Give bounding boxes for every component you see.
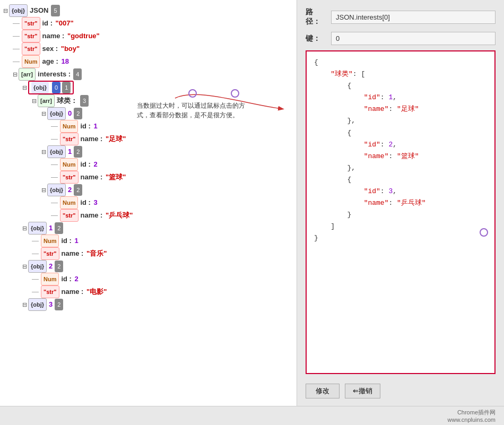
type-badge-root: {obj} <box>9 4 28 17</box>
root-key: JSON <box>30 5 48 16</box>
bt2-index: 2 <box>68 184 72 196</box>
tree-id[interactable]: — "str" id : "007" <box>0 17 297 30</box>
toggle-bt2[interactable]: ⊟ <box>41 184 46 196</box>
tree-sex[interactable]: — "str" sex : "boy" <box>0 42 297 55</box>
key-i1-name: name : <box>62 248 84 259</box>
tree-name[interactable]: — "str" name : "godtrue" <box>0 30 297 42</box>
type-num-bt1-id: Num <box>60 158 78 171</box>
type-str-name: "str" <box>22 30 40 42</box>
key-bt2-id: id : <box>80 197 91 209</box>
bt0-count: 2 <box>74 108 82 119</box>
key-row: 键： <box>306 32 496 45</box>
tree-bt1-name[interactable]: — "str" name : "篮球" <box>0 171 297 184</box>
bt2-count: 2 <box>74 184 82 196</box>
balltype-count: 3 <box>80 95 89 107</box>
type-obj-i1: {obj} <box>28 222 47 235</box>
type-str-bt1-name: "str" <box>60 171 79 184</box>
val-bt2-name: "乒乓球" <box>103 210 133 221</box>
circle-deco-1 <box>188 89 197 98</box>
tree-bt2-id[interactable]: — Num id : 3 <box>0 196 297 209</box>
key-i1-id: id : <box>61 235 72 247</box>
val-bt1-id: 2 <box>92 159 98 170</box>
val-bt2-id: 3 <box>92 197 98 209</box>
i3-index: 3 <box>49 299 53 310</box>
bottom-bar: Chrome插件网 www.cnpluins.com <box>0 406 504 425</box>
type-str-sex: "str" <box>22 42 40 55</box>
type-obj-bt1: {obj} <box>47 145 66 158</box>
key-balltype: 球类： <box>57 95 77 107</box>
i2-index: 2 <box>49 261 53 272</box>
val-i1-id: 1 <box>73 235 79 247</box>
tree-interests[interactable]: ⊟ [arr] interests : 4 <box>0 68 297 81</box>
val-i2-name: "电影" <box>84 286 107 298</box>
toggle-interests[interactable]: ⊟ <box>13 68 18 80</box>
toggle-i1[interactable]: ⊟ <box>22 222 27 234</box>
val-bt1-name: "篮球" <box>103 171 126 183</box>
key-interests: interests : <box>38 68 71 80</box>
tree-root[interactable]: ⊟ {obj} JSON 5 <box>0 4 297 17</box>
annotation-text: 当数据过大时，可以通过鼠标点击的方式，查看部分数据，是不是很方便。 <box>137 101 254 120</box>
toggle-i2[interactable]: ⊟ <box>22 261 27 272</box>
val-bt0-id: 1 <box>92 120 98 132</box>
action-buttons: 修改 ⇐撤销 <box>306 379 496 398</box>
type-obj-i3: {obj} <box>28 298 47 311</box>
json-preview: { "球类": [ { "id": 1, "name": "足球" }, { "… <box>306 50 496 374</box>
tree-bt2-name[interactable]: — "str" name : "乒乓球" <box>0 209 297 222</box>
toggle-balltype[interactable]: ⊟ <box>32 95 37 107</box>
val-age: 18 <box>59 56 69 67</box>
toggle-bt1[interactable]: ⊟ <box>41 146 46 158</box>
key-name: name : <box>42 30 65 42</box>
key-bt2-name: name : <box>81 210 103 221</box>
tree-bt1[interactable]: ⊟ {obj} 1 2 <box>0 145 297 158</box>
tree-i2-id[interactable]: — Num id : 2 <box>0 273 297 285</box>
tree-bt0-id[interactable]: — Num id : 1 <box>0 120 297 133</box>
left-tree-panel: ⊟ {obj} JSON 5 — "str" id : "007" — "str… <box>0 0 297 406</box>
i1-count: 2 <box>55 222 63 234</box>
tree-bt0-name[interactable]: — "str" name : "足球" <box>0 133 297 145</box>
val-i2-id: 2 <box>73 273 79 285</box>
tree-interests-3[interactable]: ⊟ {obj} 3 2 <box>0 298 297 311</box>
toggle-i3[interactable]: ⊟ <box>22 299 27 310</box>
key-id: id : <box>42 18 53 29</box>
tree-interests-2[interactable]: ⊟ {obj} 2 2 <box>0 260 297 273</box>
circle-deco-2 <box>231 89 239 98</box>
tree-interests-0[interactable]: ⊟ {obj} 0 1 <box>0 81 297 94</box>
key-age: age : <box>42 56 58 67</box>
type-arr-interests: [arr] <box>19 68 36 81</box>
path-input[interactable] <box>331 11 496 24</box>
tree-i1-id[interactable]: — Num id : 1 <box>0 235 297 247</box>
tree-bt2[interactable]: ⊟ {obj} 2 2 <box>0 184 297 196</box>
tree-bt1-id[interactable]: — Num id : 2 <box>0 158 297 171</box>
tree-i2-name[interactable]: — "str" name : "电影" <box>0 285 297 298</box>
key-i2-name: name : <box>62 286 84 298</box>
type-str-bt0-name: "str" <box>60 133 79 145</box>
tree-age[interactable]: — Num age : 18 <box>0 55 297 68</box>
cancel-button[interactable]: ⇐撤销 <box>345 384 380 398</box>
key-input[interactable] <box>331 32 496 45</box>
tree-interests-1[interactable]: ⊟ {obj} 1 2 <box>0 222 297 235</box>
toggle-root[interactable]: ⊟ <box>3 5 8 16</box>
bt1-count: 2 <box>74 146 82 158</box>
type-num-bt0-id: Num <box>60 120 78 133</box>
bt1-index: 1 <box>68 146 72 158</box>
toggle-bt0[interactable]: ⊟ <box>41 108 46 119</box>
key-sex: sex : <box>42 43 58 55</box>
key-i2-id: id : <box>61 273 72 285</box>
tree-i1-name[interactable]: — "str" name : "音乐" <box>0 247 297 260</box>
type-obj-i0: {obj} <box>31 82 49 93</box>
circle-deco-right <box>480 228 488 237</box>
type-num-age: Num <box>22 55 40 68</box>
type-arr-balltype: [arr] <box>38 94 55 107</box>
toggle-interests-0[interactable]: ⊟ <box>22 82 27 93</box>
type-obj-i2: {obj} <box>28 260 47 273</box>
type-str-i2-name: "str" <box>41 285 59 298</box>
key-bt1-name: name : <box>81 171 103 183</box>
bt0-index: 0 <box>68 108 72 119</box>
val-bt0-name: "足球" <box>103 133 126 145</box>
i0-count: 1 <box>62 82 71 93</box>
right-panel: 路径： 键： { "球类": [ { "id": 1, "name": "足球"… <box>297 0 504 406</box>
type-obj-bt0: {obj} <box>47 107 66 120</box>
key-bt1-id: id : <box>80 159 91 170</box>
modify-button[interactable]: 修改 <box>306 384 340 398</box>
i2-count: 2 <box>55 261 63 272</box>
